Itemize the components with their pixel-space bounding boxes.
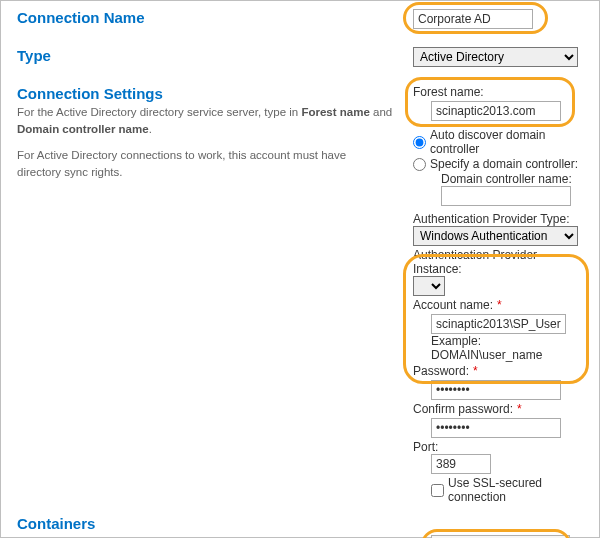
dc-name-label: Domain controller name: — [441, 172, 583, 186]
specify-dc-label: Specify a domain controller: — [430, 157, 578, 171]
auth-type-select[interactable]: Windows Authentication — [413, 226, 578, 246]
account-name-input[interactable] — [431, 314, 566, 334]
port-input[interactable] — [431, 454, 491, 474]
type-title: Type — [17, 47, 393, 64]
type-select[interactable]: Active Directory — [413, 47, 578, 67]
auto-discover-radio[interactable] — [413, 136, 426, 149]
forest-name-label: Forest name: — [413, 85, 583, 99]
dc-name-input[interactable] — [441, 186, 571, 206]
port-label: Port: — [413, 440, 583, 454]
connection-name-input[interactable] — [413, 9, 533, 29]
required-icon: * — [473, 364, 478, 378]
required-icon: * — [517, 402, 522, 416]
confirm-password-input[interactable] — [431, 418, 561, 438]
required-icon: * — [497, 298, 502, 312]
auth-instance-select[interactable] — [413, 276, 445, 296]
connection-settings-help1: For the Active Directory directory servi… — [17, 104, 393, 137]
connection-name-title: Connection Name — [17, 9, 393, 26]
ssl-label: Use SSL-secured connection — [448, 476, 583, 504]
specify-dc-radio[interactable] — [413, 158, 426, 171]
account-example: Example: DOMAIN\user_name — [431, 334, 583, 362]
password-input[interactable] — [431, 380, 561, 400]
confirm-password-label: Confirm password: — [413, 402, 513, 416]
forest-name-input[interactable] — [431, 101, 561, 121]
connection-settings-title: Connection Settings — [17, 85, 393, 102]
auth-type-label: Authentication Provider Type: — [413, 212, 583, 226]
password-label: Password: — [413, 364, 469, 378]
connection-settings-help2: For Active Directory connections to work… — [17, 147, 393, 180]
containers-title: Containers — [17, 515, 393, 532]
containers-help: Choose which containers you want to be s… — [17, 534, 393, 538]
auto-discover-label: Auto discover domain controller — [430, 128, 583, 156]
auth-instance-label: Authentication Provider Instance: — [413, 248, 583, 276]
account-name-label: Account name: — [413, 298, 493, 312]
ssl-checkbox[interactable] — [431, 484, 444, 497]
